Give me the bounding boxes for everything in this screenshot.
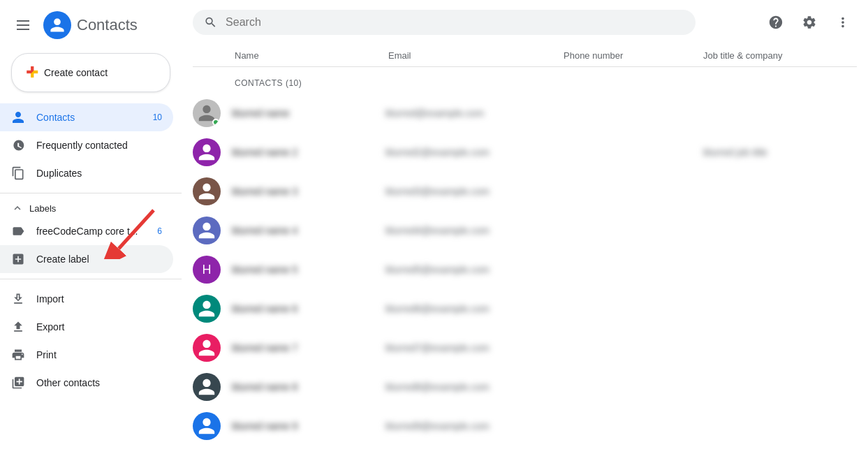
sidebar: Contacts ✚ Create contact Contacts 10 Fr… — [0, 0, 182, 454]
sidebar-item-duplicates[interactable]: Duplicates — [0, 159, 173, 187]
other-contacts-icon — [11, 376, 25, 390]
more-button[interactable] — [829, 8, 857, 36]
add-label-icon — [11, 252, 25, 266]
person-icon — [11, 110, 25, 124]
frequently-nav-label: Frequently contacted — [36, 140, 128, 151]
freecodecamp-label: freeCodeCamp core t... — [36, 226, 138, 237]
main-content: Name Email Phone number Job title & comp… — [182, 0, 868, 454]
settings-button[interactable] — [795, 8, 823, 36]
other-contacts-label: Other contacts — [36, 377, 100, 388]
duplicates-nav-label: Duplicates — [36, 168, 82, 179]
topbar — [182, 0, 868, 45]
more-icon — [835, 15, 851, 30]
app-logo-circle — [43, 11, 71, 39]
contact-email: blurred7@example.com — [385, 342, 564, 353]
search-bar[interactable] — [193, 10, 696, 35]
arrow-container: Create label — [0, 245, 182, 273]
avatar — [193, 373, 221, 401]
avatar — [193, 138, 221, 166]
contact-name: blurred name 3 — [232, 186, 385, 197]
table-row[interactable]: blurred name 2 blurred2@example.com blur… — [193, 133, 857, 172]
sidebar-item-contacts[interactable]: Contacts 10 — [0, 103, 173, 131]
sidebar-item-freecodecamp[interactable]: freeCodeCamp core t... 6 — [0, 217, 173, 245]
nav-divider-2 — [0, 279, 182, 279]
col-header-phone: Phone number — [564, 50, 703, 61]
contact-email: blurred6@example.com — [385, 303, 564, 314]
sidebar-header: Contacts — [0, 6, 182, 47]
contact-email: blurred@example.com — [385, 108, 564, 119]
freecodecamp-badge: 6 — [157, 226, 162, 236]
table-row[interactable]: blurred name 7 blurred7@example.com — [193, 328, 857, 367]
table-row[interactable]: blurred name 8 blurred8@example.com — [193, 367, 857, 407]
sidebar-item-other-contacts[interactable]: Other contacts — [0, 369, 173, 397]
col-header-job: Job title & company — [703, 50, 857, 61]
import-icon — [11, 292, 25, 306]
avatar — [193, 99, 221, 127]
avatar — [193, 177, 221, 205]
label-icon — [11, 224, 25, 238]
create-label-item[interactable]: Create label — [0, 245, 173, 273]
avatar: H — [193, 256, 221, 284]
contact-email: blurred5@example.com — [385, 264, 564, 275]
avatar — [193, 295, 221, 323]
create-contact-label: Create contact — [44, 67, 108, 78]
contact-email: blurred2@example.com — [385, 147, 564, 158]
search-input[interactable] — [226, 16, 684, 29]
hamburger-icon[interactable] — [11, 15, 35, 36]
contacts-badge: 10 — [153, 112, 162, 122]
settings-icon — [802, 15, 817, 30]
export-icon — [11, 320, 25, 334]
table-row[interactable]: blurred name 9 blurred9@example.com — [193, 407, 857, 446]
help-icon — [768, 15, 784, 30]
contact-job: blurred job title — [703, 147, 857, 158]
table-row[interactable]: blurred name 3 blurred3@example.com — [193, 172, 857, 211]
contact-email: blurred4@example.com — [385, 225, 564, 236]
contact-name: blurred name — [232, 108, 385, 119]
print-label: Print — [36, 349, 57, 360]
import-label: Import — [36, 293, 64, 305]
table-row[interactable]: H blurred name 5 blurred5@example.com — [193, 250, 857, 289]
table-row[interactable]: blurred name 6 blurred6@example.com — [193, 289, 857, 328]
help-button[interactable] — [762, 8, 790, 36]
topbar-actions — [762, 8, 857, 36]
column-headers: Name Email Phone number Job title & comp… — [193, 45, 857, 67]
contact-name: blurred name 4 — [232, 225, 385, 236]
export-label: Export — [36, 321, 64, 332]
contact-email: blurred9@example.com — [385, 420, 564, 432]
contact-name: blurred name 8 — [232, 381, 385, 393]
history-icon — [11, 138, 25, 152]
contact-email: blurred8@example.com — [385, 381, 564, 393]
nav-divider — [0, 193, 182, 193]
sidebar-item-frequently[interactable]: Frequently contacted — [0, 131, 173, 159]
sidebar-item-print[interactable]: Print — [0, 341, 173, 369]
sidebar-item-export[interactable]: Export — [0, 313, 173, 341]
sidebar-item-import[interactable]: Import — [0, 285, 173, 313]
contact-name: blurred name 6 — [232, 303, 385, 314]
create-label-text: Create label — [36, 254, 89, 265]
col-header-email: Email — [388, 50, 564, 61]
contact-email: blurred3@example.com — [385, 186, 564, 197]
contact-name: blurred name 5 — [232, 264, 385, 275]
contacts-section-label: CONTACTS (10) — [193, 70, 857, 94]
app-logo: Contacts — [43, 11, 138, 39]
contact-name: blurred name 2 — [232, 147, 385, 158]
contact-list: Name Email Phone number Job title & comp… — [182, 45, 868, 454]
copy-icon — [11, 166, 25, 180]
contacts-nav-label: Contacts — [36, 112, 75, 123]
avatar — [193, 412, 221, 440]
contact-name: blurred name 7 — [232, 342, 385, 353]
chevron-up-icon — [11, 202, 24, 214]
app-name-label: Contacts — [77, 16, 138, 34]
search-icon — [204, 15, 217, 29]
table-row[interactable]: blurred name 4 blurred4@example.com — [193, 211, 857, 250]
avatar — [193, 334, 221, 362]
create-contact-button[interactable]: ✚ Create contact — [11, 53, 170, 92]
print-icon — [11, 348, 25, 362]
avatar — [193, 217, 221, 244]
table-row[interactable]: blurred name blurred@example.com — [193, 94, 857, 133]
col-header-name: Name — [193, 50, 388, 61]
labels-section-header[interactable]: Labels — [0, 199, 182, 217]
contact-name: blurred name 9 — [232, 420, 385, 432]
plus-icon: ✚ — [26, 64, 38, 82]
